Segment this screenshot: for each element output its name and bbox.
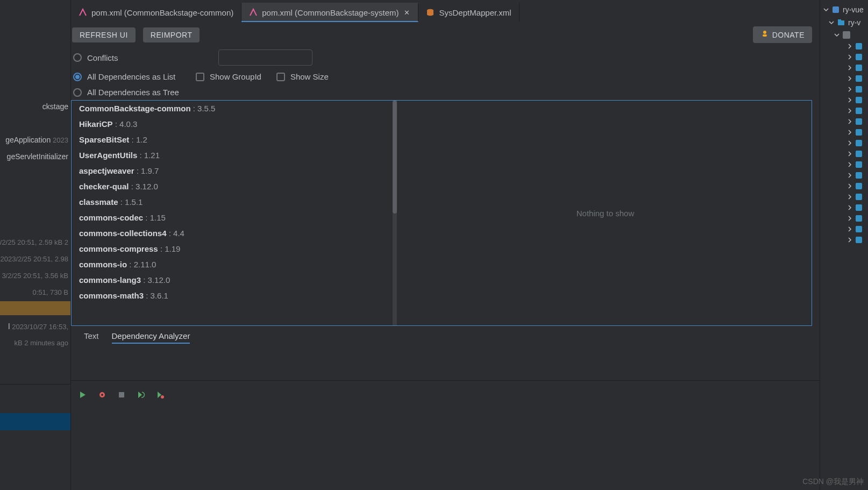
scrollbar[interactable]: [393, 101, 397, 325]
tree-leaf[interactable]: [831, 170, 868, 181]
run-icon[interactable]: [79, 390, 87, 399]
svg-point-8: [161, 395, 164, 399]
tree-leaf[interactable]: [831, 95, 868, 105]
chevron-down-icon: [834, 32, 839, 38]
analyzer-toolbar: REFRESH UI REIMPORT DONATE: [71, 22, 820, 47]
radio-all-list[interactable]: All Dependencies as List: [73, 72, 181, 81]
tree-leaf[interactable]: [831, 213, 868, 224]
dependency-row[interactable]: HikariCP : 4.0.3: [72, 116, 397, 132]
svg-rect-7: [119, 392, 124, 397]
proj-running-row[interactable]: [0, 413, 70, 430]
maven-icon: [249, 8, 258, 17]
proj-item[interactable]: ckstage: [42, 102, 68, 111]
tree-leaf[interactable]: [831, 127, 868, 138]
tab-pom-system[interactable]: pom.xml (CommonBackstage-system) ✕: [241, 3, 418, 22]
tree-node[interactable]: [831, 29, 868, 41]
svg-point-1: [763, 31, 766, 34]
view-controls: Conflicts All Dependencies as List Show …: [71, 47, 820, 100]
checkbox-icon: [196, 73, 204, 81]
editor-sub-tabs: Text Dependency Analyzer: [71, 326, 820, 347]
donate-icon: [760, 30, 769, 40]
proj-item[interactable]: l 2023/10/27 16:53,: [8, 322, 68, 331]
tree-leaf[interactable]: [831, 105, 868, 116]
run-toolbar: [71, 380, 820, 408]
dependency-row[interactable]: classmate : 1.5.1: [72, 194, 397, 210]
tab-text[interactable]: Text: [84, 329, 99, 344]
chevron-down-icon: [829, 20, 834, 25]
editor-panel: pom.xml (CommonBackstage-common) pom.xml…: [71, 0, 820, 490]
tab-mapper[interactable]: SysDeptMapper.xml: [418, 3, 519, 22]
tree-leaf[interactable]: [831, 148, 868, 159]
search-input[interactable]: [218, 49, 312, 66]
rerun-icon[interactable]: [137, 390, 145, 399]
module-icon: [837, 19, 845, 26]
tree-leaf[interactable]: [831, 159, 868, 170]
svg-rect-9: [833, 6, 839, 13]
dependency-row[interactable]: commons-lang3 : 3.12.0: [72, 272, 397, 288]
dependency-row[interactable]: commons-io : 2.11.0: [72, 257, 397, 272]
editor-tabs: pom.xml (CommonBackstage-common) pom.xml…: [71, 3, 820, 22]
tree-leaf[interactable]: [831, 224, 868, 235]
proj-meta: kB 2 minutes ago: [15, 339, 68, 347]
empty-label: Nothing to show: [577, 209, 635, 218]
tree-leaf[interactable]: [831, 84, 868, 95]
tree-node[interactable]: ry-v: [826, 16, 868, 29]
checkbox-icon: [276, 73, 285, 81]
radio-icon: [73, 53, 82, 62]
tree-leaf[interactable]: [831, 52, 868, 62]
tab-dependency-analyzer[interactable]: Dependency Analyzer: [112, 329, 190, 344]
dependency-row[interactable]: aspectjweaver : 1.9.7: [72, 163, 397, 179]
dependency-row[interactable]: UserAgentUtils : 1.21: [72, 147, 397, 163]
tree-leaf[interactable]: [831, 116, 868, 127]
svg-rect-10: [838, 20, 844, 25]
project-icon: [832, 6, 839, 13]
database-icon: [426, 8, 435, 17]
tree-leaf[interactable]: [831, 181, 868, 191]
svg-rect-2: [763, 34, 767, 37]
proj-meta: /2/25 20:51, 2.59 kB 2: [0, 238, 68, 246]
tree-leaf[interactable]: [831, 202, 868, 213]
proj-selected-row[interactable]: [0, 301, 70, 315]
tree-leaf[interactable]: [831, 41, 868, 52]
donate-button[interactable]: DONATE: [753, 26, 812, 43]
stop-icon[interactable]: [117, 390, 126, 399]
radio-all-tree[interactable]: All Dependencies as Tree: [73, 88, 179, 97]
dependency-row[interactable]: commons-math3 : 3.6.1: [72, 288, 397, 303]
dependency-row[interactable]: CommonBackstage-common : 3.5.5: [72, 101, 397, 116]
tree-leaf[interactable]: [831, 62, 868, 73]
svg-rect-11: [838, 19, 841, 21]
tree-root[interactable]: ry-vue: [820, 3, 868, 16]
tree-leaf[interactable]: [831, 138, 868, 148]
right-tool-window: ry-vue ry-v: [820, 0, 868, 490]
folder-icon: [843, 31, 850, 39]
dependency-row[interactable]: commons-compress : 1.19: [72, 241, 397, 257]
tab-pom-common[interactable]: pom.xml (CommonBackstage-common): [71, 3, 241, 22]
proj-meta: 3/2/25 20:51, 3.56 kB: [2, 272, 68, 280]
rerun-debug-icon[interactable]: [156, 390, 165, 399]
proj-meta: 0:51, 730 B: [33, 288, 69, 296]
dependency-list[interactable]: CommonBackstage-common : 3.5.5HikariCP :…: [72, 101, 397, 325]
tree-leaf[interactable]: [831, 191, 868, 202]
tree-leaf[interactable]: [831, 73, 868, 84]
debug-icon[interactable]: [98, 390, 106, 399]
close-icon[interactable]: ✕: [403, 9, 410, 16]
checkbox-show-groupid[interactable]: Show GroupId: [196, 72, 261, 81]
dependency-row[interactable]: SparseBitSet : 1.2: [72, 132, 397, 147]
proj-item[interactable]: geServletInitializer: [7, 152, 68, 161]
tab-label: pom.xml (CommonBackstage-system): [262, 8, 399, 17]
radio-conflicts[interactable]: Conflicts: [73, 53, 118, 62]
reimport-button[interactable]: REIMPORT: [143, 27, 200, 42]
proj-item[interactable]: geApplication 2023: [5, 136, 68, 144]
dependency-row[interactable]: checker-qual : 3.12.0: [72, 179, 397, 194]
dependency-row[interactable]: commons-codec : 1.15: [72, 210, 397, 225]
refresh-ui-button[interactable]: REFRESH UI: [72, 27, 136, 42]
dependency-row[interactable]: commons-collections4 : 4.4: [72, 225, 397, 241]
svg-point-6: [101, 394, 103, 396]
dependency-detail: Nothing to show: [399, 101, 812, 325]
checkbox-show-size[interactable]: Show Size: [276, 72, 329, 81]
tree-leaf[interactable]: [831, 235, 868, 245]
tab-label: SysDeptMapper.xml: [439, 8, 511, 17]
dependency-split: CommonBackstage-common : 3.5.5HikariCP :…: [71, 100, 812, 326]
radio-icon: [73, 73, 82, 81]
project-gutter: ckstage geApplication 2023 geServletInit…: [0, 0, 71, 490]
